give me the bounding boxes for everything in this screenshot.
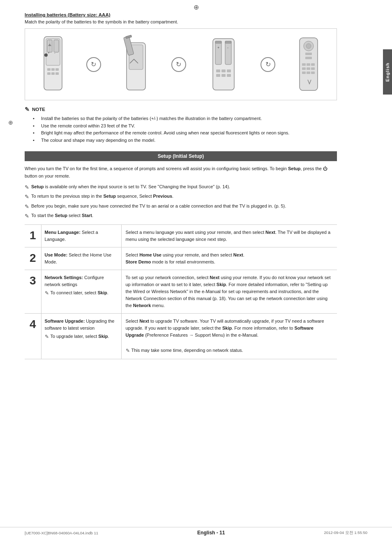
step-3-title: Network Settings: <box>45 275 83 280</box>
svg-rect-42 <box>302 72 306 74</box>
battery-step-1: + - <box>41 35 65 94</box>
step-1-right: Select a menu language you want using yo… <box>121 224 337 247</box>
svg-rect-21 <box>215 41 221 43</box>
svg-rect-40 <box>307 67 310 70</box>
step-4-sub-icon: ✎ <box>45 333 49 341</box>
note-item-3: Bright light may affect the performance … <box>37 129 367 137</box>
setup-note-icon-2: ✎ <box>25 193 29 201</box>
battery-diagram-box: + - ↻ <box>25 28 337 100</box>
svg-rect-17 <box>126 35 132 38</box>
svg-rect-10 <box>55 68 59 71</box>
svg-rect-26 <box>221 69 226 72</box>
svg-rect-44 <box>311 72 315 74</box>
note-header: ✎ NOTE <box>25 106 367 113</box>
setup-note-text-1: Setup is available only when the input s… <box>31 183 230 190</box>
setup-step-row-2: 2 Use Mode: Select the Home Use Mode. Se… <box>25 247 337 270</box>
svg-rect-29 <box>221 74 226 77</box>
note-item-2: Use the remote control within 23 feet of… <box>37 122 367 130</box>
svg-rect-39 <box>302 67 306 70</box>
setup-note-3: ✎ Before you begin, make sure you have c… <box>25 203 337 211</box>
svg-text:-: - <box>54 51 55 55</box>
left-margin-mark: ⊕ <box>8 119 13 126</box>
setup-note-icon-4: ✎ <box>25 212 29 220</box>
setup-header-bar: Setup (Initial Setup) <box>25 151 337 161</box>
setup-note-text-4: To start the Setup select Start. <box>31 212 93 219</box>
svg-text:-: - <box>227 46 228 50</box>
svg-rect-22 <box>225 41 231 43</box>
step-1-number: 1 <box>25 224 41 247</box>
svg-rect-30 <box>227 74 231 77</box>
step-4-right-note-text: This may take some time, depending on ne… <box>131 347 243 354</box>
arrow-3: ↻ <box>261 57 275 72</box>
arrow-2: ↻ <box>171 57 186 72</box>
svg-rect-28 <box>216 74 220 77</box>
setup-step-row-4: 4 Software Upgrade: Upgrading the softwa… <box>25 313 337 359</box>
step-2-number: 2 <box>25 247 41 270</box>
setup-note-icon-1: ✎ <box>25 183 29 192</box>
step-4-right: Select Next to upgrade TV software. Your… <box>121 313 337 359</box>
step-4-right-note: ✎ This may take some time, depending on … <box>126 347 333 355</box>
setup-note-text-3: Before you begin, make sure you have con… <box>31 203 286 210</box>
setup-note-icon-3: ✎ <box>25 203 29 211</box>
setup-step-row-1: 1 Menu Language: Select a Language. Sele… <box>25 224 337 247</box>
note-item-4: The colour and shape may vary depending … <box>37 137 367 144</box>
step-4-left: Software Upgrade: Upgrading the software… <box>41 313 121 359</box>
svg-rect-37 <box>307 63 310 66</box>
footer-file: [UE7000-XC]BN68-04060A-04L04.indb 11 <box>25 531 98 535</box>
batteries-section-title: Installing batteries (Battery size: AAA) <box>25 12 367 17</box>
step-4-subnote: ✎ To upgrade later, select Skip. <box>45 333 118 341</box>
setup-note-2: ✎ To return to the previous step in the … <box>25 193 337 201</box>
step-4-right-icon: ✎ <box>126 347 130 355</box>
svg-rect-38 <box>311 63 315 66</box>
step-3-number: 3 <box>25 270 41 313</box>
step-3-subnote: ✎ To connect later, select Skip. <box>45 289 118 297</box>
svg-rect-25 <box>216 69 220 72</box>
step-4-sub-text: To upgrade later, select Skip. <box>51 333 109 340</box>
arrow-1: ↻ <box>86 57 101 72</box>
step-3-sub-icon: ✎ <box>45 289 49 297</box>
step-3-left: Network Settings: Configure network sett… <box>41 270 121 313</box>
svg-rect-35 <box>305 57 312 59</box>
note-title: NOTE <box>32 107 45 112</box>
svg-point-33 <box>306 44 311 49</box>
svg-rect-9 <box>51 68 55 71</box>
svg-rect-43 <box>307 72 310 74</box>
setup-intro: When you turn the TV on for the first ti… <box>25 165 337 180</box>
side-tab-text: English <box>385 62 390 82</box>
svg-rect-12 <box>51 72 55 75</box>
svg-rect-8 <box>47 68 51 71</box>
note-item-1: Install the batteries so that the polari… <box>37 115 367 122</box>
svg-rect-13 <box>55 72 59 75</box>
step-1-left: Menu Language: Select a Language. <box>41 224 121 247</box>
svg-rect-36 <box>302 63 306 66</box>
note-list: Install the batteries so that the polari… <box>25 115 367 144</box>
step-4-title: Software Upgrade: <box>45 319 85 323</box>
page-footer: [UE7000-XC]BN68-04060A-04L04.indb 11 Eng… <box>0 527 392 536</box>
setup-steps-table: 1 Menu Language: Select a Language. Sele… <box>25 224 337 359</box>
battery-step-2 <box>122 35 150 94</box>
svg-text:+: + <box>217 46 219 50</box>
setup-step-row-3: 3 Network Settings: Configure network se… <box>25 270 337 313</box>
side-language-tab: English <box>383 49 392 95</box>
footer-timestamp: 2012-09-04 오전 1:55:50 <box>324 530 367 536</box>
note-section: ✎ NOTE Install the batteries so that the… <box>25 106 367 144</box>
svg-rect-41 <box>311 67 315 70</box>
setup-note-1: ✎ Setup is available only when the input… <box>25 183 337 192</box>
battery-step-3: + - <box>207 35 240 94</box>
batteries-section-subtitle: Match the polarity of the batteries to t… <box>25 19 367 24</box>
footer-page-number: English - 11 <box>197 530 225 536</box>
setup-note-4: ✎ To start the Setup select Start. <box>25 212 337 220</box>
battery-step-4 <box>296 35 321 94</box>
svg-rect-4 <box>54 40 59 52</box>
step-2-right: Select Home Use using your remote, and t… <box>121 247 337 270</box>
step-3-sub-text: To connect later, select Skip. <box>51 289 108 296</box>
page-container: ⊕ ⊕ English Installing batteries (Batter… <box>0 0 392 543</box>
svg-rect-27 <box>227 69 231 72</box>
step-1-title: Menu Language: <box>45 230 81 235</box>
top-center-mark: ⊕ <box>194 3 199 11</box>
step-2-title: Use Mode: <box>45 252 68 257</box>
svg-text:+: + <box>48 51 50 55</box>
note-icon: ✎ <box>25 106 30 113</box>
setup-note-text-2: To return to the previous step in the Se… <box>31 193 173 200</box>
setup-header-text: Setup (Initial Setup) <box>158 153 204 159</box>
